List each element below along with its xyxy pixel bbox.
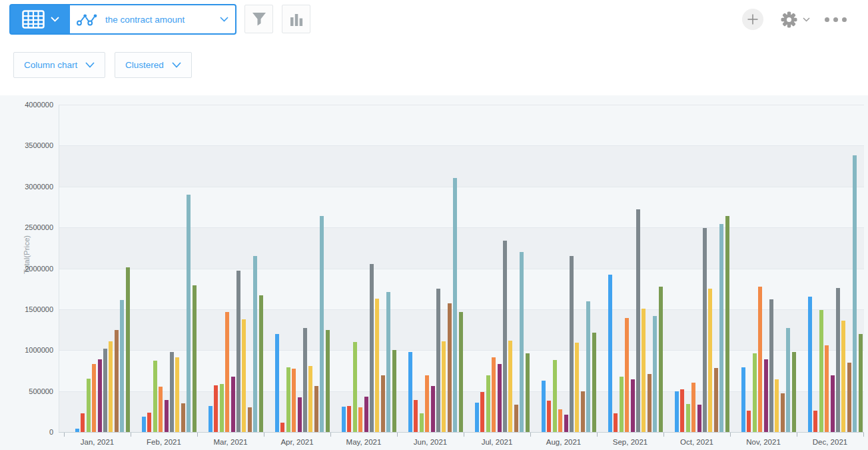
bar-brown[interactable] (714, 368, 718, 432)
bar-steel-teal[interactable] (853, 155, 857, 432)
bar-red[interactable] (147, 413, 151, 432)
bar-steel-teal[interactable] (453, 178, 457, 432)
bar-gray[interactable] (436, 289, 440, 432)
bar-brown[interactable] (115, 330, 119, 432)
bar-orange[interactable] (159, 387, 163, 432)
bar-olive[interactable] (792, 352, 796, 432)
bar-blue[interactable] (675, 391, 679, 432)
bar-light-green[interactable] (353, 342, 357, 432)
bar-amber[interactable] (775, 379, 779, 432)
bar-steel-teal[interactable] (386, 292, 390, 432)
bar-gray[interactable] (503, 241, 507, 432)
bar-olive[interactable] (126, 267, 130, 432)
bar-magenta[interactable] (831, 375, 835, 432)
bar-light-green[interactable] (686, 404, 690, 432)
bar-blue[interactable] (542, 381, 546, 432)
bar-red[interactable] (414, 400, 418, 432)
bar-gray[interactable] (170, 352, 174, 432)
bar-light-green[interactable] (553, 360, 557, 432)
settings-button[interactable] (780, 11, 810, 29)
bar-light-green[interactable] (220, 384, 224, 432)
bar-gray[interactable] (836, 288, 840, 432)
bar-red[interactable] (214, 385, 218, 432)
bar-olive[interactable] (259, 295, 263, 432)
bar-blue[interactable] (475, 403, 479, 432)
bar-amber[interactable] (841, 321, 845, 432)
filter-button[interactable] (244, 5, 273, 33)
chart-type-dropdown[interactable]: Column chart (13, 52, 105, 78)
bar-light-green[interactable] (486, 375, 490, 432)
bar-olive[interactable] (859, 334, 863, 432)
bar-red[interactable] (347, 406, 351, 432)
bar-brown[interactable] (314, 386, 318, 432)
bar-orange[interactable] (225, 312, 229, 432)
view-type-button[interactable] (11, 5, 70, 33)
bar-gray[interactable] (636, 209, 640, 432)
bar-orange[interactable] (558, 409, 562, 432)
bar-orange[interactable] (758, 287, 762, 432)
bar-amber[interactable] (642, 309, 646, 432)
bar-olive[interactable] (659, 287, 663, 432)
bar-steel-teal[interactable] (586, 301, 590, 432)
bar-red[interactable] (480, 392, 484, 432)
bar-light-green[interactable] (87, 379, 91, 432)
bar-amber[interactable] (109, 341, 113, 432)
chart-type-icon-button[interactable] (282, 5, 310, 33)
bar-magenta[interactable] (564, 415, 568, 432)
bar-amber[interactable] (375, 299, 379, 432)
bar-orange[interactable] (691, 383, 695, 432)
data-source-selector[interactable]: the contract amount (9, 4, 236, 35)
bar-brown[interactable] (847, 363, 851, 432)
bar-gray[interactable] (769, 299, 773, 432)
bar-orange[interactable] (92, 364, 96, 432)
bar-red[interactable] (547, 401, 551, 432)
bar-light-green[interactable] (819, 310, 823, 432)
bar-red[interactable] (614, 413, 618, 432)
bar-brown[interactable] (648, 374, 651, 432)
bar-olive[interactable] (193, 285, 197, 432)
bar-light-green[interactable] (420, 413, 424, 432)
bar-gray[interactable] (703, 228, 707, 432)
bar-light-green[interactable] (286, 367, 290, 432)
bar-brown[interactable] (181, 403, 185, 432)
bar-light-green[interactable] (153, 361, 157, 432)
bar-olive[interactable] (526, 353, 530, 432)
bar-magenta[interactable] (631, 379, 635, 432)
bar-brown[interactable] (381, 375, 385, 432)
bar-blue[interactable] (808, 297, 812, 432)
bar-magenta[interactable] (498, 364, 502, 432)
bar-magenta[interactable] (298, 397, 302, 432)
bar-brown[interactable] (448, 303, 452, 432)
bar-steel-teal[interactable] (786, 328, 790, 432)
bar-orange[interactable] (358, 407, 362, 432)
bar-blue[interactable] (741, 367, 745, 432)
bar-magenta[interactable] (364, 397, 368, 432)
bar-orange[interactable] (625, 318, 629, 432)
bar-steel-teal[interactable] (320, 216, 324, 432)
add-button[interactable] (742, 9, 763, 30)
bar-magenta[interactable] (764, 359, 768, 432)
bar-red[interactable] (813, 411, 817, 432)
bar-amber[interactable] (308, 366, 312, 432)
bar-magenta[interactable] (431, 386, 435, 432)
bar-light-green[interactable] (620, 377, 624, 432)
bar-steel-teal[interactable] (520, 252, 524, 432)
bar-amber[interactable] (175, 357, 179, 432)
bar-brown[interactable] (581, 391, 585, 432)
metric-selector[interactable]: the contract amount (70, 5, 235, 33)
bar-amber[interactable] (442, 341, 446, 432)
bar-blue[interactable] (408, 352, 412, 432)
bar-gray[interactable] (370, 264, 374, 432)
bar-orange[interactable] (425, 375, 429, 432)
bar-red[interactable] (280, 423, 284, 432)
bar-orange[interactable] (292, 369, 296, 432)
bar-gray[interactable] (570, 256, 574, 432)
bar-blue[interactable] (608, 275, 612, 432)
bar-magenta[interactable] (231, 377, 235, 432)
bar-blue[interactable] (275, 334, 279, 432)
cluster-mode-dropdown[interactable]: Clustered (115, 52, 192, 78)
bar-magenta[interactable] (98, 359, 102, 432)
bar-magenta[interactable] (165, 400, 169, 432)
bar-blue[interactable] (209, 406, 213, 432)
bar-red[interactable] (81, 413, 85, 432)
